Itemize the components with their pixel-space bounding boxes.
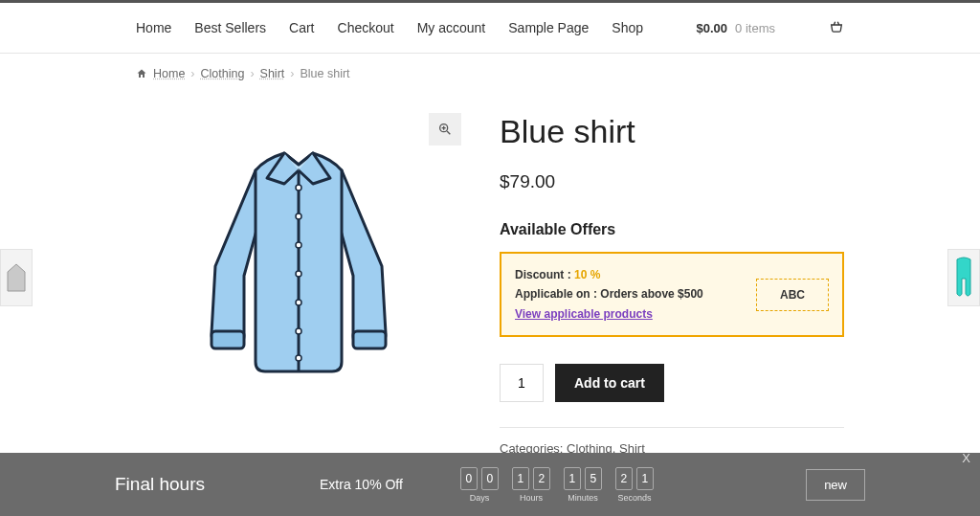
- basket-icon[interactable]: [829, 19, 844, 37]
- add-to-cart-button[interactable]: Add to cart: [555, 364, 664, 402]
- svg-rect-5: [212, 331, 244, 348]
- view-products-link[interactable]: View applicable products: [515, 307, 653, 321]
- svg-point-7: [296, 185, 301, 191]
- primary-nav: Home Best Sellers Cart Checkout My accou…: [136, 20, 643, 35]
- applicable-label: Applicable on :: [515, 287, 597, 301]
- close-icon[interactable]: X: [962, 451, 970, 456]
- prev-product-thumb[interactable]: [0, 249, 33, 306]
- nav-my-account[interactable]: My account: [417, 20, 486, 35]
- product-gallery: [136, 113, 461, 456]
- svg-point-9: [296, 242, 301, 248]
- countdown-bar: X Final hours Extra 10% Off 0 0 Days 1 2…: [0, 453, 980, 456]
- nav-checkout[interactable]: Checkout: [338, 20, 394, 35]
- svg-rect-6: [353, 331, 386, 348]
- quantity-input[interactable]: [500, 364, 544, 402]
- cart-items-count: 0 items: [735, 21, 775, 35]
- product-title: Blue shirt: [500, 113, 844, 150]
- crumb-shirt[interactable]: Shirt: [260, 67, 285, 80]
- breadcrumb: Home › Clothing › Shirt › Blue shirt: [136, 54, 844, 94]
- next-product-thumb[interactable]: [947, 249, 980, 306]
- product-price: $79.00: [500, 171, 844, 192]
- cart-amount: $0.00: [697, 21, 728, 35]
- svg-point-12: [296, 328, 301, 334]
- coupon-code[interactable]: ABC: [756, 279, 829, 311]
- crumb-clothing[interactable]: Clothing: [201, 67, 245, 80]
- product-image[interactable]: [136, 113, 461, 400]
- nav-best-sellers[interactable]: Best Sellers: [194, 20, 266, 35]
- applicable-value: Orders above $500: [600, 287, 702, 301]
- header-cart[interactable]: $0.00 0 items: [697, 19, 844, 37]
- nav-home[interactable]: Home: [136, 20, 171, 35]
- svg-point-11: [296, 300, 301, 305]
- nav-sample-page[interactable]: Sample Page: [508, 20, 589, 35]
- discount-value: 10 %: [574, 268, 600, 281]
- svg-point-8: [296, 213, 301, 219]
- nav-cart[interactable]: Cart: [289, 20, 314, 35]
- crumb-home[interactable]: Home: [153, 67, 185, 80]
- zoom-icon[interactable]: [429, 113, 461, 146]
- svg-point-10: [296, 271, 301, 277]
- svg-line-1: [447, 131, 450, 134]
- discount-label: Discount :: [515, 268, 571, 281]
- home-icon: [136, 68, 147, 79]
- offer-box: Discount : 10 % Applicable on : Orders a…: [500, 252, 844, 337]
- product-meta: Categories: Clothing, Shirt: [500, 427, 844, 456]
- svg-point-13: [296, 355, 301, 361]
- offers-heading: Available Offers: [500, 221, 844, 238]
- crumb-current: Blue shirt: [300, 67, 349, 80]
- nav-shop[interactable]: Shop: [612, 20, 643, 35]
